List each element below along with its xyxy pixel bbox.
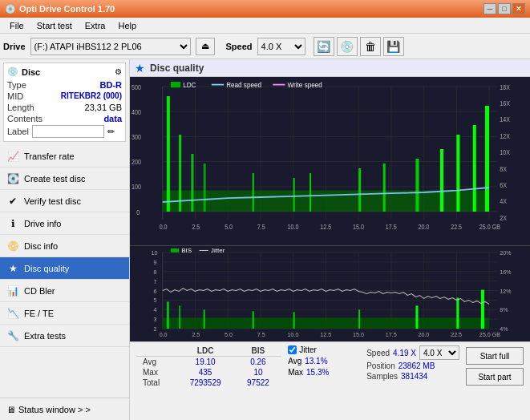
svg-text:0: 0 bbox=[136, 208, 140, 216]
samples-row: Samples 381434 bbox=[366, 372, 459, 381]
status-window-button[interactable]: 🖥 Status window > > bbox=[0, 398, 129, 420]
position-row: Position 23862 MB bbox=[366, 361, 459, 370]
svg-text:17.5: 17.5 bbox=[386, 223, 397, 231]
disc-label-input[interactable] bbox=[32, 125, 104, 138]
sidebar-label-verify-test-disc: Verify test disc bbox=[24, 196, 81, 206]
sidebar-label-cd-bler: CD Bler bbox=[24, 286, 55, 296]
svg-rect-19 bbox=[167, 96, 170, 212]
jitter-label: Jitter bbox=[299, 345, 317, 354]
maximize-button[interactable]: □ bbox=[498, 3, 511, 14]
menu-file[interactable]: File bbox=[3, 18, 30, 34]
max-label: Max bbox=[136, 367, 176, 378]
menu-help[interactable]: Help bbox=[111, 18, 143, 34]
drive-bar: Drive (F:) ATAPI iHBS112 2 PL06 ⏏ Speed … bbox=[0, 34, 530, 59]
speed-section: Speed 4.19 X 4.0 X Position 23862 MB Sam… bbox=[366, 345, 459, 417]
svg-text:Write speed: Write speed bbox=[288, 81, 322, 90]
create-test-disc-icon: 💽 bbox=[6, 172, 19, 185]
avg-label: Avg bbox=[136, 357, 176, 368]
start-part-button[interactable]: Start part bbox=[466, 368, 524, 386]
speed-row: Speed 4.19 X 4.0 X bbox=[366, 345, 459, 360]
sidebar-item-transfer-rate[interactable]: 📈 Transfer rate bbox=[0, 145, 129, 168]
disc-type-row: Type BD-R bbox=[7, 80, 122, 90]
sidebar-item-fe-te[interactable]: 📉 FE / TE bbox=[0, 302, 129, 325]
speed-select[interactable]: 4.0 X bbox=[257, 38, 305, 55]
svg-text:7: 7 bbox=[154, 279, 157, 285]
eject-button[interactable]: ⏏ bbox=[196, 38, 215, 55]
jitter-avg-row: Avg 13.1% bbox=[288, 357, 360, 365]
sidebar-label-extra-tests: Extra tests bbox=[24, 331, 66, 341]
action-buttons: Start full Start part bbox=[466, 345, 524, 417]
sidebar-item-verify-test-disc[interactable]: ✔ Verify test disc bbox=[0, 190, 129, 212]
jitter-avg-label: Avg bbox=[288, 357, 301, 365]
sidebar-item-create-test-disc[interactable]: 💽 Create test disc bbox=[0, 168, 129, 190]
svg-text:500: 500 bbox=[131, 83, 141, 91]
svg-text:22.5: 22.5 bbox=[451, 223, 462, 231]
speed-select-stats[interactable]: 4.0 X bbox=[419, 345, 459, 360]
menu-bar: File Start test Extra Help bbox=[0, 18, 530, 34]
svg-text:8X: 8X bbox=[500, 165, 507, 173]
svg-text:0.0: 0.0 bbox=[160, 332, 168, 337]
menu-start-test[interactable]: Start test bbox=[30, 18, 79, 34]
sidebar-item-cd-bler[interactable]: 📊 CD Bler bbox=[0, 280, 129, 302]
svg-text:18X: 18X bbox=[500, 83, 510, 91]
svg-rect-20 bbox=[179, 135, 181, 212]
samples-value: 381434 bbox=[401, 372, 427, 381]
svg-text:15.0: 15.0 bbox=[353, 332, 364, 337]
sidebar-label-disc-info: Disc info bbox=[24, 241, 58, 251]
svg-text:10.0: 10.0 bbox=[288, 223, 299, 231]
jitter-max-row: Max 15.3% bbox=[288, 368, 360, 377]
refresh-button[interactable]: 🔄 bbox=[314, 37, 334, 56]
sidebar-label-create-test-disc: Create test disc bbox=[24, 174, 85, 184]
sidebar-item-disc-info[interactable]: 📀 Disc info bbox=[0, 235, 129, 257]
max-ldc: 435 bbox=[176, 367, 234, 378]
speed-value: 4.19 X bbox=[393, 349, 416, 357]
save-button[interactable]: 💾 bbox=[383, 37, 404, 56]
sidebar-item-drive-info[interactable]: ℹ Drive info bbox=[0, 212, 129, 235]
svg-rect-25 bbox=[310, 173, 311, 212]
svg-text:5.0: 5.0 bbox=[225, 332, 233, 337]
svg-text:2: 2 bbox=[154, 326, 157, 332]
svg-text:9: 9 bbox=[154, 260, 157, 265]
svg-text:3: 3 bbox=[154, 317, 157, 322]
disc-panel-title: Disc bbox=[22, 67, 40, 77]
svg-text:15.0: 15.0 bbox=[353, 223, 364, 231]
toolbar-buttons: 🔄 💿 🗑 💾 bbox=[314, 37, 404, 56]
position-key: Position bbox=[366, 361, 395, 370]
svg-text:22.5: 22.5 bbox=[451, 332, 462, 337]
disc-settings-btn[interactable]: ⚙ bbox=[115, 67, 122, 76]
total-ldc: 7293529 bbox=[176, 378, 234, 388]
svg-rect-93 bbox=[415, 305, 418, 329]
jitter-max-label: Max bbox=[288, 368, 303, 377]
total-label: Total bbox=[136, 378, 176, 388]
jitter-checkbox[interactable] bbox=[288, 345, 297, 354]
title-bar: 💿 Opti Drive Control 1.70 ─ □ ✕ bbox=[0, 0, 530, 18]
svg-text:LDC: LDC bbox=[183, 81, 196, 90]
drive-select[interactable]: (F:) ATAPI iHBS112 2 PL06 bbox=[30, 38, 191, 55]
close-button[interactable]: ✕ bbox=[512, 3, 525, 14]
sidebar: 💿 Disc ⚙ Type BD-R MID RITEKBR2 (000) Le… bbox=[0, 59, 130, 420]
svg-rect-87 bbox=[167, 301, 169, 329]
svg-text:8%: 8% bbox=[500, 307, 508, 313]
svg-text:10X: 10X bbox=[500, 149, 510, 157]
start-full-button[interactable]: Start full bbox=[466, 347, 524, 365]
disc-length-row: Length 23,31 GB bbox=[7, 103, 122, 112]
svg-text:BIS: BIS bbox=[181, 247, 192, 254]
sidebar-item-extra-tests[interactable]: 🔧 Extra tests bbox=[0, 325, 129, 347]
svg-text:17.5: 17.5 bbox=[386, 332, 397, 337]
speed-key: Speed bbox=[366, 349, 390, 357]
svg-text:4X: 4X bbox=[500, 198, 507, 206]
svg-text:10: 10 bbox=[151, 250, 157, 256]
dq-icon: ★ bbox=[135, 62, 145, 75]
erase-button[interactable]: 🗑 bbox=[360, 37, 381, 56]
menu-extra[interactable]: Extra bbox=[79, 18, 112, 34]
svg-rect-24 bbox=[293, 178, 295, 212]
svg-text:4%: 4% bbox=[500, 326, 508, 332]
app-title: Opti Drive Control 1.70 bbox=[19, 4, 483, 14]
minimize-button[interactable]: ─ bbox=[483, 3, 496, 14]
jitter-checkbox-row: Jitter bbox=[288, 345, 360, 354]
label-edit-icon[interactable]: ✏ bbox=[107, 127, 115, 137]
samples-key: Samples bbox=[366, 372, 398, 381]
sidebar-item-disc-quality[interactable]: ★ Disc quality bbox=[0, 257, 129, 280]
disc-button[interactable]: 💿 bbox=[337, 37, 358, 56]
top-chart-svg: LDC Read speed Write speed 500 400 300 2… bbox=[130, 77, 530, 245]
